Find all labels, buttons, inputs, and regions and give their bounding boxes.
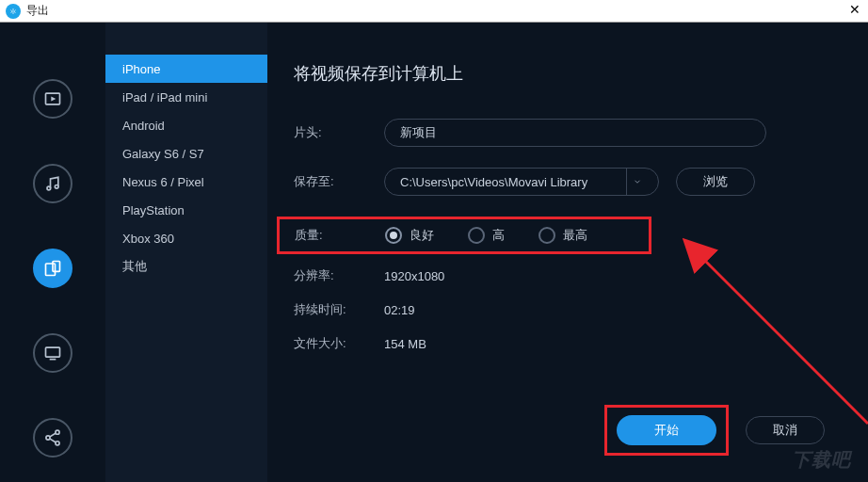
sidebar-item-galaxy[interactable]: Galaxy S6 / S7 xyxy=(105,139,267,168)
rail-device[interactable] xyxy=(33,249,72,288)
input-title[interactable]: 新项目 xyxy=(384,119,766,147)
svg-rect-7 xyxy=(46,347,60,357)
value-filesize: 154 MB xyxy=(384,337,426,351)
saveat-value: C:\Users\pc\Videos\Movavi Library xyxy=(400,175,587,189)
sidebar-item-xbox[interactable]: Xbox 360 xyxy=(105,224,267,252)
sidebar-item-playstation[interactable]: PlayStation xyxy=(105,196,267,224)
svg-marker-2 xyxy=(51,97,56,102)
sidebar-item-other[interactable]: 其他 xyxy=(105,252,267,281)
svg-rect-5 xyxy=(46,264,56,276)
highlight-quality: 质量: 良好 高 最高 xyxy=(277,217,651,254)
app-icon xyxy=(6,4,21,19)
label-saveat: 保存至: xyxy=(294,173,384,190)
category-rail xyxy=(0,23,105,482)
start-button[interactable]: 开始 xyxy=(617,415,716,445)
radio-good[interactable]: 良好 xyxy=(385,227,434,244)
value-resolution: 1920x1080 xyxy=(384,269,444,283)
window-title: 导出 xyxy=(26,3,49,19)
window-titlebar: 导出 ✕ xyxy=(0,0,868,23)
bottom-actions: 开始 取消 xyxy=(604,405,825,456)
radio-high[interactable]: 高 xyxy=(468,227,505,244)
close-icon[interactable]: ✕ xyxy=(849,2,860,17)
chevron-down-icon xyxy=(626,169,647,195)
svg-point-3 xyxy=(47,186,51,190)
sidebar-item-ipad[interactable]: iPad / iPad mini xyxy=(105,83,267,111)
label-quality: 质量: xyxy=(295,227,385,244)
row-quality: 质量: 良好 高 最高 xyxy=(295,227,634,244)
svg-point-4 xyxy=(55,185,58,189)
svg-line-12 xyxy=(50,433,56,437)
label-filesize: 文件大小: xyxy=(294,335,384,352)
rail-share[interactable] xyxy=(33,418,72,458)
sidebar-item-iphone[interactable]: iPhone xyxy=(105,55,267,83)
radio-best[interactable]: 最高 xyxy=(538,227,587,244)
sidebar-item-nexus[interactable]: Nexus 6 / Pixel xyxy=(105,168,267,196)
main-panel: 将视频保存到计算机上 片头: 新项目 保存至: C:\Users\pc\Vide… xyxy=(267,23,868,482)
row-duration: 持续时间: 02:19 xyxy=(294,301,823,318)
label-resolution: 分辨率: xyxy=(294,267,384,284)
cancel-button[interactable]: 取消 xyxy=(746,416,825,444)
select-saveat[interactable]: C:\Users\pc\Videos\Movavi Library xyxy=(384,168,659,196)
radio-group-quality: 良好 高 最高 xyxy=(385,227,587,244)
sidebar-item-android[interactable]: Android xyxy=(105,111,267,139)
row-filesize: 文件大小: 154 MB xyxy=(294,335,823,352)
rail-music[interactable] xyxy=(33,164,72,203)
rail-tv[interactable] xyxy=(33,333,72,373)
export-dialog: iPhone iPad / iPad mini Android Galaxy S… xyxy=(0,23,868,482)
value-duration: 02:19 xyxy=(384,303,415,317)
svg-line-13 xyxy=(50,439,56,442)
svg-rect-6 xyxy=(53,262,60,272)
device-sidebar: iPhone iPad / iPad mini Android Galaxy S… xyxy=(105,23,267,482)
row-resolution: 分辨率: 1920x1080 xyxy=(294,267,823,284)
label-duration: 持续时间: xyxy=(294,301,384,318)
page-title: 将视频保存到计算机上 xyxy=(294,62,823,85)
highlight-start: 开始 xyxy=(604,405,729,456)
rail-video[interactable] xyxy=(33,79,72,119)
row-title: 片头: 新项目 xyxy=(294,119,823,147)
browse-button[interactable]: 浏览 xyxy=(676,168,755,196)
label-title: 片头: xyxy=(294,124,384,141)
row-saveat: 保存至: C:\Users\pc\Videos\Movavi Library 浏… xyxy=(294,168,823,196)
